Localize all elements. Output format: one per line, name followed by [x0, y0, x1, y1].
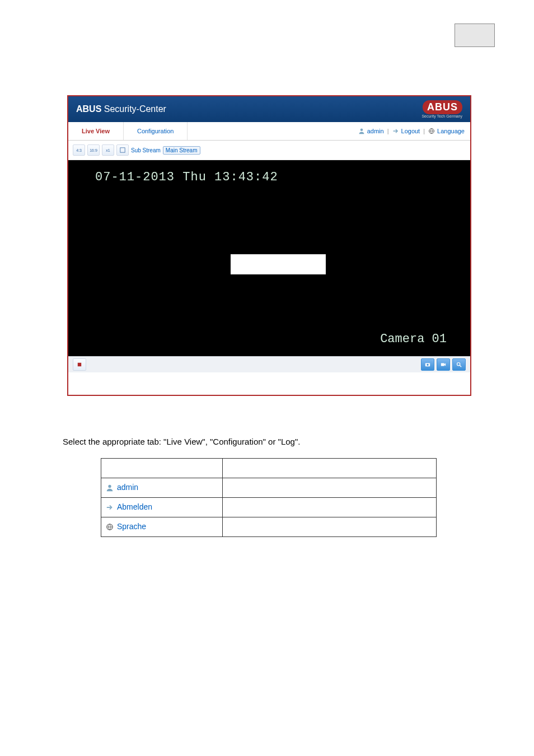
nav-sep2: | [423, 128, 425, 134]
legend-label: Abmelden [117, 502, 152, 511]
stream-toolbar: 4:3 16:9 x1 Sub Stream Main Stream [68, 141, 470, 160]
app-screenshot: ABUS Security-Center ABUS Security Tech … [67, 95, 471, 396]
nav-logout[interactable]: Logout [401, 128, 420, 134]
brand-rest: Security-Center [101, 104, 166, 114]
brand-logo-sub: Security Tech Germany [421, 114, 462, 118]
legend-desc [223, 498, 437, 517]
table-row: Abmelden [101, 498, 437, 517]
nav-bar: Live View Configuration admin | Logout |… [68, 122, 470, 141]
user-icon [358, 128, 365, 134]
video-area: 07-11-2013 Thu 13:43:42 Camera 01 [68, 160, 470, 356]
legend-desc [223, 517, 437, 537]
legend-desc [223, 478, 437, 498]
page-number-box [455, 24, 495, 47]
nav-sep: | [387, 128, 389, 134]
nav-user-label: admin [367, 128, 384, 134]
footer-space [68, 372, 470, 395]
nav-right: admin | Logout | Language [358, 122, 470, 140]
aspect-4-3-button[interactable]: 4:3 [73, 144, 85, 156]
brand-logo-text: ABUS [423, 100, 462, 114]
legend-desc [223, 459, 437, 478]
snapshot-button[interactable] [421, 358, 434, 371]
legend-cell: Sprache [101, 517, 223, 537]
user-icon [106, 484, 113, 491]
globe-icon [106, 523, 113, 530]
video-timestamp: 07-11-2013 Thu 13:43:42 [95, 170, 278, 184]
svg-point-5 [427, 364, 428, 366]
footer-toolbar [68, 356, 470, 372]
svg-line-8 [460, 365, 461, 367]
video-camera-label: Camera 01 [380, 332, 447, 346]
table-row [101, 459, 437, 478]
app-header: ABUS Security-Center ABUS Security Tech … [68, 96, 470, 122]
svg-rect-6 [441, 363, 444, 366]
logout-icon [392, 128, 399, 134]
legend-table: admin Abmelden Sprache [101, 458, 437, 537]
svg-point-7 [457, 363, 460, 366]
video-redaction-box [231, 254, 326, 274]
tab-configuration[interactable]: Configuration [124, 122, 188, 140]
svg-point-0 [360, 129, 363, 132]
aspect-16-9-button[interactable]: 16:9 [87, 144, 100, 156]
legend-label: Sprache [117, 522, 146, 531]
table-row: admin [101, 478, 437, 498]
record-button[interactable] [437, 358, 450, 371]
fullscreen-button[interactable] [116, 144, 129, 156]
stop-button[interactable] [73, 358, 86, 371]
legend-cell: Abmelden [101, 498, 223, 517]
app-title: ABUS Security-Center [76, 104, 166, 114]
main-stream-link[interactable]: Main Stream [163, 146, 200, 155]
logout-icon [106, 503, 113, 510]
svg-rect-2 [120, 148, 125, 152]
legend-cell: admin [101, 478, 223, 498]
globe-icon [428, 128, 435, 134]
instruction-text: Select the appropriate tab: "Live View",… [63, 437, 300, 446]
aspect-x1-button[interactable]: x1 [102, 144, 114, 156]
legend-label: admin [117, 483, 138, 492]
svg-point-9 [108, 484, 111, 487]
nav-language[interactable]: Language [437, 128, 465, 134]
tab-live-view[interactable]: Live View [68, 122, 124, 140]
sub-stream-link[interactable]: Sub Stream [131, 147, 161, 153]
brand-logo: ABUS Security Tech Germany [421, 100, 462, 118]
brand-bold: ABUS [76, 104, 101, 114]
zoom-button[interactable] [452, 358, 466, 371]
svg-rect-3 [78, 363, 81, 366]
legend-cell [101, 459, 223, 478]
table-row: Sprache [101, 517, 437, 537]
